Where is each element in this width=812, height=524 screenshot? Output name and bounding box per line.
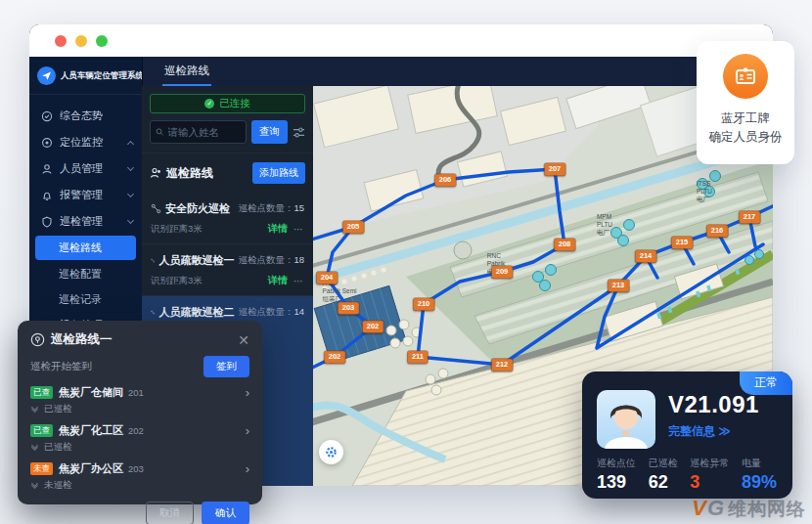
map-waypoint-marker[interactable]: 211 <box>408 351 428 363</box>
route-icon <box>151 255 155 266</box>
stat-value: 139 <box>597 472 636 493</box>
sidebar-item-alarm[interactable]: 报警管理 <box>29 182 142 208</box>
map-waypoint-marker[interactable]: 217 <box>740 211 760 223</box>
chevron-down-icon <box>127 217 134 224</box>
window-titlebar <box>29 24 773 57</box>
id-badge-icon <box>723 54 768 99</box>
map-waypoint-marker[interactable]: 205 <box>343 221 364 233</box>
map-waypoint-marker[interactable]: 202 <box>325 351 345 363</box>
map-area-label: MPM PLTU 电厂 <box>597 213 612 237</box>
map-waypoint-marker[interactable]: 206 <box>435 174 456 186</box>
sidebar-item-personnel[interactable]: 人员管理 <box>29 155 142 182</box>
notification-line1: 蓝牙工牌 <box>709 109 783 128</box>
minimize-window-button[interactable] <box>75 35 87 47</box>
route-detail-link[interactable]: 详情 <box>268 274 288 287</box>
map-waypoint-marker[interactable]: 209 <box>492 266 513 278</box>
stat-value: 62 <box>649 472 678 493</box>
chevron-down-icon <box>127 164 134 171</box>
map-waypoint-marker[interactable]: 207 <box>545 163 565 175</box>
map-waypoint-marker[interactable]: 215 <box>672 237 693 248</box>
vendor-watermark: VG 维构网络 <box>692 496 806 522</box>
stat-value: 89% <box>742 472 777 493</box>
bluetooth-badge-card: 蓝牙工牌 确定人员身份 <box>697 41 794 164</box>
sidebar-item-inspection-records[interactable]: 巡检记录 <box>29 286 142 312</box>
route-list-item[interactable]: 安全防火巡检 巡检点数量：15 识别距离3米 详情 ⋯ <box>142 193 313 244</box>
route-list-item[interactable]: 人员疏散巡检一 巡检点数量：18 识别距离3米 详情 ⋯ <box>142 244 313 296</box>
close-icon[interactable]: ✕ <box>238 333 249 347</box>
status-badge-normal: 正常 <box>740 371 792 395</box>
full-info-link[interactable]: 完整信息 ≫ <box>668 423 759 440</box>
chevron-down-icon <box>127 191 134 197</box>
sidebar-item-inspection-route[interactable]: 巡检路线 <box>35 236 136 260</box>
status-badge: 已查 <box>30 386 53 399</box>
situation-icon <box>41 110 53 122</box>
gear-icon <box>325 446 338 458</box>
check-circle-icon: ✓ <box>204 99 214 109</box>
popup-stop-item[interactable]: 已查 焦炭厂化工区 202 › 已巡检 <box>30 423 249 454</box>
signin-button[interactable]: 签到 <box>203 356 249 377</box>
map-waypoint-marker[interactable]: 214 <box>636 250 656 262</box>
sidebar-item-overview[interactable]: 综合态势 <box>29 103 142 129</box>
double-chevron-down-icon <box>32 408 37 412</box>
map-waypoint-marker[interactable]: 216 <box>707 225 728 237</box>
route-more-button[interactable]: ⋯ <box>293 224 304 235</box>
tab-inspection-route[interactable]: 巡检路线 <box>162 59 211 86</box>
map-waypoint-marker[interactable]: 208 <box>555 239 575 250</box>
map-waypoint-marker[interactable]: 212 <box>492 359 513 371</box>
sidebar-menu: 综合态势 定位监控 人员管理 报警管理 <box>29 95 142 338</box>
sidebar-item-inspection[interactable]: 巡检管理 <box>29 208 142 235</box>
filter-sliders-icon[interactable] <box>293 126 305 139</box>
map-waypoint-marker[interactable]: 204 <box>317 272 338 284</box>
screen: 人员车辆定位管理系统 综合态势 定位监控 人员管理 <box>0 0 812 524</box>
search-query-button[interactable]: 查询 <box>251 120 288 144</box>
route-more-button[interactable]: ⋯ <box>293 276 304 286</box>
search-input[interactable] <box>168 126 241 138</box>
close-window-button[interactable] <box>55 35 67 47</box>
panel-section-title: 巡检路线 <box>166 165 248 182</box>
route-signin-popup: 巡检路线一 ✕ 巡检开始签到 签到 已查 焦炭厂仓储间 201 › 已巡检 已查… <box>18 321 262 504</box>
stat-value: 3 <box>690 472 729 493</box>
shield-icon <box>41 216 53 228</box>
sidebar-item-positioning[interactable]: 定位监控 <box>29 129 142 155</box>
map-waypoint-marker[interactable]: 213 <box>609 280 629 291</box>
tab-bar: 巡检路线 <box>142 57 773 86</box>
avatar <box>597 390 655 449</box>
chevron-up-icon <box>127 140 134 147</box>
route-icon <box>151 203 161 214</box>
cancel-button[interactable]: 取消 <box>146 502 194 524</box>
notification-line2: 确定人员身份 <box>709 128 783 147</box>
connection-status: ✓ 已连接 <box>150 94 305 113</box>
chevron-right-icon[interactable]: › <box>246 424 249 437</box>
name-search-input[interactable] <box>150 120 247 144</box>
signin-label: 巡检开始签到 <box>30 360 203 373</box>
target-icon <box>41 137 53 149</box>
route-person-icon <box>150 167 161 179</box>
app-title: 人员车辆定位管理系统 <box>61 70 144 82</box>
bell-icon <box>41 190 53 201</box>
badge-id: V21.091 <box>668 392 759 417</box>
add-route-button[interactable]: 添加路线 <box>252 162 305 184</box>
map-area-label: ITSS PLTU 电厂 <box>697 180 712 203</box>
status-badge: 已查 <box>30 424 53 437</box>
double-chevron-down-icon <box>32 484 37 488</box>
paper-plane-icon <box>37 66 56 85</box>
route-detail-link[interactable]: 详情 <box>268 222 288 236</box>
map-waypoint-marker[interactable]: 210 <box>414 298 434 310</box>
sidebar-item-inspection-config[interactable]: 巡检配置 <box>29 261 142 286</box>
map-waypoint-marker[interactable]: 203 <box>338 302 359 314</box>
status-badge: 未查 <box>30 462 53 475</box>
map-waypoint-marker[interactable]: 202 <box>363 321 383 332</box>
confirm-button[interactable]: 确认 <box>202 502 249 524</box>
maximize-window-button[interactable] <box>96 35 108 47</box>
popup-stop-item[interactable]: 未查 焦炭厂办公区 203 › 未巡检 <box>30 461 249 492</box>
personnel-stats: 巡检点位139 已巡检62 巡检异常3 电量89% <box>582 449 792 493</box>
person-icon <box>41 163 53 175</box>
route-circle-icon <box>30 332 45 347</box>
vendor-logo: V <box>692 496 706 521</box>
map-settings-button[interactable] <box>319 440 343 464</box>
popup-stop-item[interactable]: 已查 焦炭厂仓储间 201 › 已巡检 <box>30 385 249 415</box>
chevron-right-icon[interactable]: › <box>246 462 249 475</box>
popup-title: 巡检路线一 <box>51 331 232 348</box>
chevron-right-icon[interactable]: › <box>246 386 249 399</box>
search-icon <box>156 127 164 137</box>
